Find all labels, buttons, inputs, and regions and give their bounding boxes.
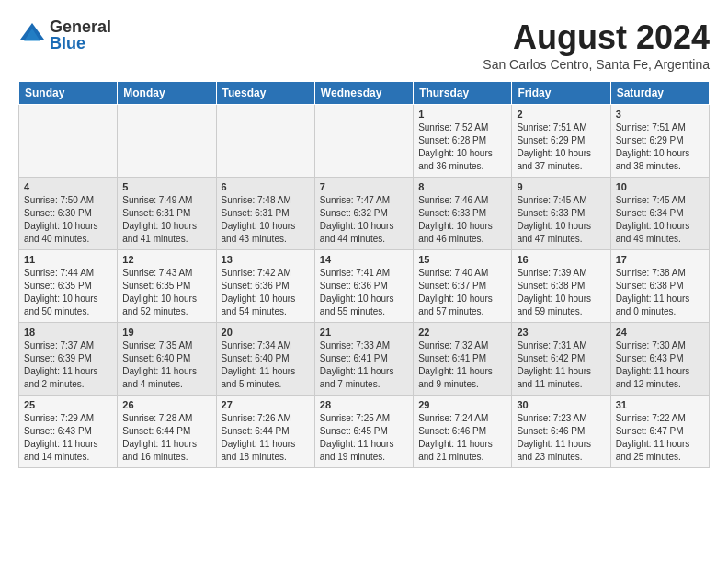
calendar-cell: 14Sunrise: 7:41 AM Sunset: 6:36 PM Dayli… xyxy=(314,250,413,323)
day-number: 1 xyxy=(418,109,506,120)
logo-blue-text: Blue xyxy=(50,35,111,52)
day-number: 29 xyxy=(418,399,506,410)
day-number: 25 xyxy=(24,399,112,410)
calendar-week-row: 25Sunrise: 7:29 AM Sunset: 6:43 PM Dayli… xyxy=(19,396,710,468)
day-number: 13 xyxy=(222,254,310,265)
calendar-cell: 24Sunrise: 7:30 AM Sunset: 6:43 PM Dayli… xyxy=(610,323,709,396)
day-number: 27 xyxy=(222,399,310,410)
calendar-cell: 27Sunrise: 7:26 AM Sunset: 6:44 PM Dayli… xyxy=(216,396,314,468)
cell-content: Sunrise: 7:24 AM Sunset: 6:46 PM Dayligh… xyxy=(418,412,506,464)
calendar-cell: 11Sunrise: 7:44 AM Sunset: 6:35 PM Dayli… xyxy=(19,250,118,323)
calendar-cell: 13Sunrise: 7:42 AM Sunset: 6:36 PM Dayli… xyxy=(216,250,314,323)
calendar-cell: 3Sunrise: 7:51 AM Sunset: 6:29 PM Daylig… xyxy=(610,105,709,178)
day-header-wednesday: Wednesday xyxy=(314,82,413,105)
day-number: 31 xyxy=(616,399,704,410)
calendar-table: SundayMondayTuesdayWednesdayThursdayFrid… xyxy=(18,81,710,468)
day-number: 4 xyxy=(24,181,112,192)
calendar-cell: 10Sunrise: 7:45 AM Sunset: 6:34 PM Dayli… xyxy=(610,178,709,250)
day-number: 28 xyxy=(320,399,408,410)
calendar-cell: 7Sunrise: 7:47 AM Sunset: 6:32 PM Daylig… xyxy=(314,178,413,250)
calendar-cell: 28Sunrise: 7:25 AM Sunset: 6:45 PM Dayli… xyxy=(314,396,413,468)
day-number: 12 xyxy=(122,254,210,265)
cell-content: Sunrise: 7:41 AM Sunset: 6:36 PM Dayligh… xyxy=(320,267,408,318)
day-number: 11 xyxy=(24,254,112,265)
cell-content: Sunrise: 7:39 AM Sunset: 6:38 PM Dayligh… xyxy=(517,267,605,318)
calendar-cell: 5Sunrise: 7:49 AM Sunset: 6:31 PM Daylig… xyxy=(118,178,216,250)
day-header-monday: Monday xyxy=(118,82,216,105)
calendar-cell: 21Sunrise: 7:33 AM Sunset: 6:41 PM Dayli… xyxy=(314,323,413,396)
calendar-cell: 9Sunrise: 7:45 AM Sunset: 6:33 PM Daylig… xyxy=(512,178,610,250)
calendar-cell: 29Sunrise: 7:24 AM Sunset: 6:46 PM Dayli… xyxy=(414,396,512,468)
cell-content: Sunrise: 7:51 AM Sunset: 6:29 PM Dayligh… xyxy=(616,121,704,173)
calendar-cell: 2Sunrise: 7:51 AM Sunset: 6:29 PM Daylig… xyxy=(512,105,610,178)
cell-content: Sunrise: 7:52 AM Sunset: 6:28 PM Dayligh… xyxy=(418,121,506,173)
calendar-cell: 17Sunrise: 7:38 AM Sunset: 6:38 PM Dayli… xyxy=(610,250,709,323)
day-number: 6 xyxy=(222,181,310,192)
cell-content: Sunrise: 7:38 AM Sunset: 6:38 PM Dayligh… xyxy=(616,267,704,318)
calendar-cell: 31Sunrise: 7:22 AM Sunset: 6:47 PM Dayli… xyxy=(610,396,709,468)
cell-content: Sunrise: 7:42 AM Sunset: 6:36 PM Dayligh… xyxy=(222,267,310,318)
cell-content: Sunrise: 7:25 AM Sunset: 6:45 PM Dayligh… xyxy=(320,412,408,464)
day-number: 14 xyxy=(320,254,408,265)
cell-content: Sunrise: 7:40 AM Sunset: 6:37 PM Dayligh… xyxy=(418,267,506,318)
cell-content: Sunrise: 7:34 AM Sunset: 6:40 PM Dayligh… xyxy=(222,339,310,391)
calendar-week-row: 1Sunrise: 7:52 AM Sunset: 6:28 PM Daylig… xyxy=(19,105,710,178)
cell-content: Sunrise: 7:28 AM Sunset: 6:44 PM Dayligh… xyxy=(122,412,210,464)
calendar-cell: 15Sunrise: 7:40 AM Sunset: 6:37 PM Dayli… xyxy=(414,250,512,323)
calendar-cell: 12Sunrise: 7:43 AM Sunset: 6:35 PM Dayli… xyxy=(118,250,216,323)
calendar-cell: 4Sunrise: 7:50 AM Sunset: 6:30 PM Daylig… xyxy=(19,178,118,250)
calendar-cell: 1Sunrise: 7:52 AM Sunset: 6:28 PM Daylig… xyxy=(414,105,512,178)
logo-general-text: General xyxy=(50,18,111,35)
day-number: 19 xyxy=(122,327,210,338)
day-number: 26 xyxy=(122,399,210,410)
calendar-cell: 8Sunrise: 7:46 AM Sunset: 6:33 PM Daylig… xyxy=(414,178,512,250)
cell-content: Sunrise: 7:50 AM Sunset: 6:30 PM Dayligh… xyxy=(24,194,112,246)
cell-content: Sunrise: 7:51 AM Sunset: 6:29 PM Dayligh… xyxy=(517,121,605,173)
logo-text: General Blue xyxy=(50,18,111,52)
day-number: 24 xyxy=(616,327,704,338)
cell-content: Sunrise: 7:48 AM Sunset: 6:31 PM Dayligh… xyxy=(222,194,310,246)
day-number: 21 xyxy=(320,327,408,338)
calendar-cell xyxy=(216,105,314,178)
day-header-thursday: Thursday xyxy=(414,82,512,105)
calendar-cell xyxy=(314,105,413,178)
cell-content: Sunrise: 7:44 AM Sunset: 6:35 PM Dayligh… xyxy=(24,267,112,318)
day-number: 7 xyxy=(320,181,408,192)
cell-content: Sunrise: 7:43 AM Sunset: 6:35 PM Dayligh… xyxy=(122,267,210,318)
day-number: 30 xyxy=(517,399,605,410)
cell-content: Sunrise: 7:45 AM Sunset: 6:34 PM Dayligh… xyxy=(616,194,704,246)
day-number: 17 xyxy=(616,254,704,265)
cell-content: Sunrise: 7:35 AM Sunset: 6:40 PM Dayligh… xyxy=(122,339,210,391)
day-number: 20 xyxy=(222,327,310,338)
day-header-friday: Friday xyxy=(512,82,610,105)
calendar-cell: 16Sunrise: 7:39 AM Sunset: 6:38 PM Dayli… xyxy=(512,250,610,323)
cell-content: Sunrise: 7:45 AM Sunset: 6:33 PM Dayligh… xyxy=(517,194,605,246)
location-subtitle: San Carlos Centro, Santa Fe, Argentina xyxy=(483,57,710,72)
day-header-saturday: Saturday xyxy=(610,82,709,105)
month-year-title: August 2024 xyxy=(483,18,710,57)
logo: General Blue xyxy=(18,18,111,52)
cell-content: Sunrise: 7:23 AM Sunset: 6:46 PM Dayligh… xyxy=(517,412,605,464)
cell-content: Sunrise: 7:29 AM Sunset: 6:43 PM Dayligh… xyxy=(24,412,112,464)
cell-content: Sunrise: 7:49 AM Sunset: 6:31 PM Dayligh… xyxy=(122,194,210,246)
logo-icon xyxy=(18,21,46,49)
cell-content: Sunrise: 7:31 AM Sunset: 6:42 PM Dayligh… xyxy=(517,339,605,391)
day-number: 5 xyxy=(122,181,210,192)
day-header-sunday: Sunday xyxy=(19,82,118,105)
calendar-cell xyxy=(19,105,118,178)
calendar-cell: 25Sunrise: 7:29 AM Sunset: 6:43 PM Dayli… xyxy=(19,396,118,468)
day-number: 2 xyxy=(517,109,605,120)
cell-content: Sunrise: 7:37 AM Sunset: 6:39 PM Dayligh… xyxy=(24,339,112,391)
calendar-cell: 22Sunrise: 7:32 AM Sunset: 6:41 PM Dayli… xyxy=(414,323,512,396)
calendar-cell: 30Sunrise: 7:23 AM Sunset: 6:46 PM Dayli… xyxy=(512,396,610,468)
title-block: August 2024 San Carlos Centro, Santa Fe,… xyxy=(483,18,710,72)
cell-content: Sunrise: 7:22 AM Sunset: 6:47 PM Dayligh… xyxy=(616,412,704,464)
day-number: 16 xyxy=(517,254,605,265)
day-number: 22 xyxy=(418,327,506,338)
day-header-tuesday: Tuesday xyxy=(216,82,314,105)
day-number: 9 xyxy=(517,181,605,192)
day-number: 10 xyxy=(616,181,704,192)
day-number: 3 xyxy=(616,109,704,120)
cell-content: Sunrise: 7:46 AM Sunset: 6:33 PM Dayligh… xyxy=(418,194,506,246)
calendar-week-row: 4Sunrise: 7:50 AM Sunset: 6:30 PM Daylig… xyxy=(19,178,710,250)
